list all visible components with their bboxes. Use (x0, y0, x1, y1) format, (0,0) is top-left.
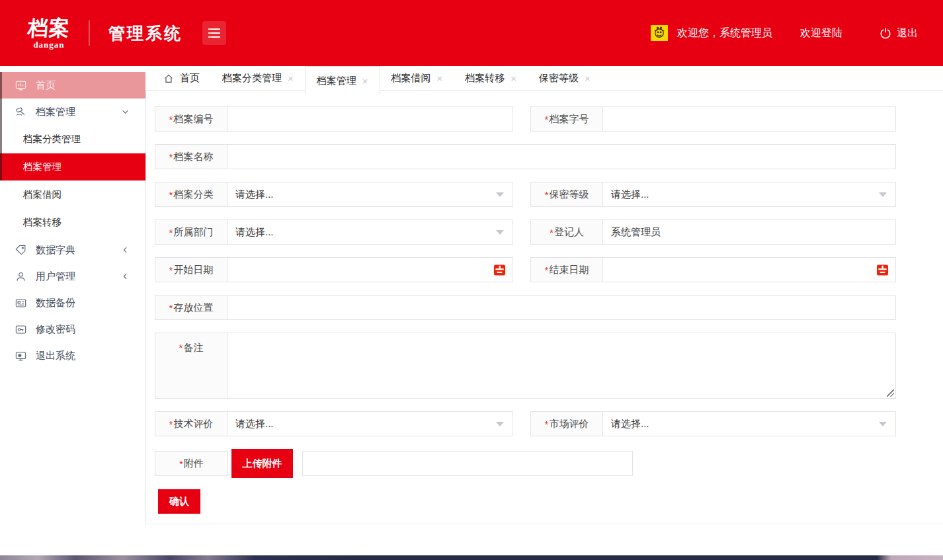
secrecy-level-select[interactable]: 请选择... (602, 182, 896, 207)
required-marker: * (169, 114, 173, 125)
confirm-button[interactable]: 确认 (158, 489, 200, 514)
archive-name-label: *档案名称 (155, 144, 227, 169)
chevron-down-icon (496, 192, 504, 197)
attachment-filename-input[interactable] (302, 451, 633, 476)
power-icon (880, 27, 891, 39)
chevron-down-icon (496, 422, 504, 426)
archive-category-select[interactable]: 请选择... (227, 182, 513, 207)
calendar-icon[interactable] (493, 264, 506, 276)
sidebar-item-data-backup[interactable]: 数据备份 (0, 290, 145, 316)
chevron-down-icon (879, 422, 887, 426)
tab-label: 档案借阅 (391, 72, 431, 85)
start-date-input[interactable] (227, 258, 512, 282)
logout-label: 退出 (897, 26, 918, 40)
required-marker: * (545, 419, 549, 430)
sidebar-item-home[interactable]: 首页 (0, 72, 145, 99)
tab-home[interactable]: 首页 (152, 66, 211, 91)
sidebar-item-archive-transfer[interactable]: 档案转移 (0, 209, 145, 236)
storage-location-input[interactable] (227, 296, 895, 319)
main-content: 首页 档案分类管理 × 档案管理 × 档案借阅 × 档案转移 × (145, 66, 943, 560)
chevron-down-icon (496, 230, 504, 235)
id-card-icon (15, 297, 27, 309)
registrant-label: *登记人 (530, 220, 603, 245)
attachment-label: *附件 (155, 451, 228, 476)
sidebar-item-archive-category[interactable]: 档案分类管理 (0, 126, 145, 153)
avatar (651, 25, 668, 41)
upload-attachment-button[interactable]: 上传附件 (231, 449, 293, 478)
dashboard-icon (15, 79, 27, 92)
user-icon (15, 270, 27, 283)
remark-textarea[interactable] (227, 333, 895, 398)
tab-secrecy-level[interactable]: 保密等级 × (528, 66, 602, 91)
close-icon[interactable]: × (511, 73, 516, 83)
close-icon[interactable]: × (362, 76, 368, 86)
chevron-down-icon (121, 108, 130, 116)
required-marker: * (169, 151, 173, 163)
tab-archive-transfer[interactable]: 档案转移 × (454, 66, 528, 91)
welcome-login-link[interactable]: 欢迎登陆 (800, 26, 842, 40)
sidebar-item-label: 档案管理 (23, 161, 62, 173)
brand-divider (89, 20, 90, 46)
sidebar-item-label: 首页 (36, 79, 56, 92)
archive-no-input[interactable] (227, 107, 512, 131)
department-select[interactable]: 请选择... (227, 220, 513, 245)
app-title: 管理系统 (108, 22, 183, 44)
exit-screen-icon (15, 350, 27, 362)
required-marker: * (169, 302, 173, 313)
sidebar-item-change-password[interactable]: 修改密码 (0, 316, 145, 342)
calendar-icon[interactable] (876, 264, 889, 276)
sidebar-item-label: 档案转移 (23, 216, 62, 229)
sidebar-item-exit-system[interactable]: 退出系统 (0, 342, 145, 369)
sidebar-item-label: 数据字典 (36, 244, 75, 257)
sidebar-item-label: 数据备份 (36, 297, 75, 309)
secrecy-level-label: *保密等级 (530, 182, 603, 207)
required-marker: * (169, 264, 173, 276)
close-icon[interactable]: × (585, 73, 591, 83)
tab-label: 首页 (180, 72, 200, 85)
tech-evaluation-select[interactable]: 请选择... (227, 411, 513, 436)
sidebar-item-archive-management[interactable]: 档案管理 (0, 99, 145, 125)
tab-label: 档案分类管理 (222, 72, 282, 85)
sidebar-item-data-dictionary[interactable]: 数据字典 (0, 237, 145, 263)
chevron-left-icon (121, 272, 130, 281)
header-user-area: 欢迎您，系统管理员 欢迎登陆 退出 (651, 25, 918, 41)
logout-button[interactable]: 退出 (880, 26, 918, 40)
giraffe-icon (653, 26, 666, 40)
end-date-input[interactable] (603, 258, 895, 282)
storage-location-label: *存放位置 (155, 295, 227, 320)
sidebar-item-archive-borrow[interactable]: 档案借阅 (0, 181, 145, 208)
required-marker: * (545, 114, 549, 125)
app-logo: 档案 dangan (28, 18, 70, 49)
tab-label: 档案管理 (317, 75, 356, 87)
close-icon[interactable]: × (288, 73, 294, 83)
tab-archive-category[interactable]: 档案分类管理 × (211, 66, 305, 91)
required-marker: * (550, 227, 554, 238)
sidebar-item-user-management[interactable]: 用户管理 (0, 263, 145, 290)
tab-label: 保密等级 (539, 72, 579, 85)
end-date-label: *结束日期 (530, 257, 603, 282)
user-greeting: 欢迎您，系统管理员 (677, 26, 772, 40)
market-evaluation-select[interactable]: 请选择... (602, 411, 896, 436)
archive-category-label: *档案分类 (155, 182, 227, 207)
registrant-input[interactable] (603, 220, 895, 244)
logo-subtext: dangan (33, 40, 64, 49)
tab-archive-manage[interactable]: 档案管理 × (305, 66, 380, 95)
hamburger-icon (208, 28, 220, 38)
chevron-down-icon (879, 192, 887, 197)
taskbar-edge (0, 555, 943, 560)
archive-word-no-input[interactable] (603, 107, 895, 131)
sidebar-item-label: 修改密码 (36, 323, 75, 336)
market-evaluation-label: *市场评价 (530, 411, 603, 436)
required-marker: * (545, 189, 549, 200)
collapse-menu-button[interactable] (202, 21, 226, 45)
tab-archive-borrow[interactable]: 档案借阅 × (380, 66, 454, 91)
archive-word-no-label: *档案字号 (530, 106, 603, 132)
home-icon (163, 73, 174, 84)
close-icon[interactable]: × (437, 73, 443, 83)
archive-name-input[interactable] (227, 145, 895, 169)
sidebar-item-label: 用户管理 (36, 270, 75, 283)
tags-icon (15, 244, 27, 257)
sidebar-item-archive-manage-active[interactable]: 档案管理 (0, 153, 145, 180)
app-window: 档案 dangan 管理系统 欢迎您，系 (0, 0, 943, 560)
chevron-left-icon (121, 246, 130, 255)
